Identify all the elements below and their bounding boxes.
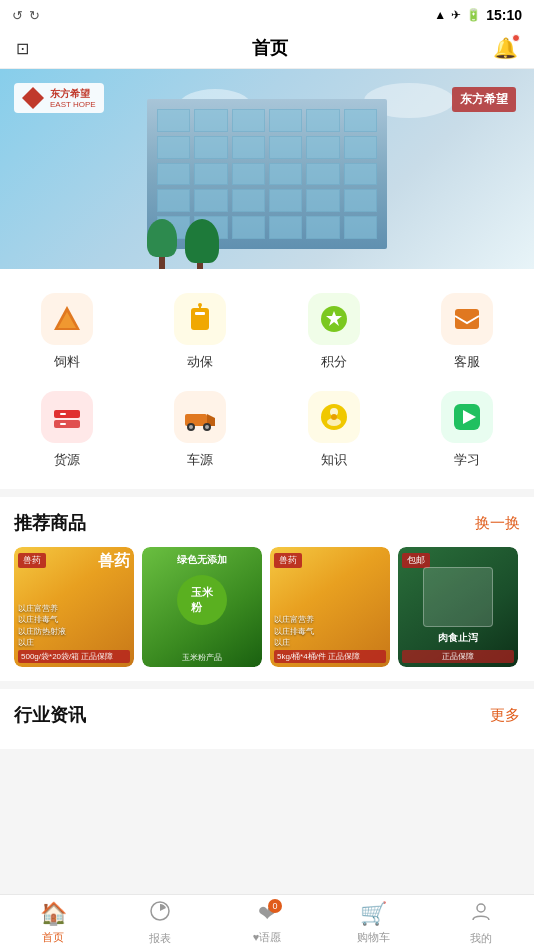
product-info-0: 以庄富营养以庄排毒气以庄防热射液以庄 500g/袋*20袋/箱 正品保障	[18, 603, 130, 663]
product-badge-0: 兽药	[18, 553, 46, 568]
building-illustration	[127, 99, 407, 269]
more-news-button[interactable]: 更多	[490, 706, 520, 725]
menu-item-feed[interactable]: 饲料	[0, 285, 134, 383]
menu-label-supply: 货源	[54, 451, 80, 469]
supply-icon-wrap	[41, 391, 93, 443]
nav-bar: ⊡ 首页 🔔	[0, 28, 534, 69]
menu-item-service[interactable]: 客服	[401, 285, 535, 383]
tab-mine[interactable]: 我的	[427, 895, 534, 950]
banner-sign: 东方希望	[452, 87, 516, 112]
refresh-icon: ↺	[12, 8, 23, 23]
menu-item-animal[interactable]: 动保	[134, 285, 268, 383]
svg-rect-9	[54, 410, 80, 418]
tab-home[interactable]: 🏠 首页	[0, 895, 107, 950]
svg-rect-2	[191, 308, 209, 330]
tab-mine-label: 我的	[470, 931, 492, 946]
service-icon-wrap	[441, 293, 493, 345]
recommended-section: 推荐商品 换一换 兽药 兽药 以庄富营养以庄排毒气以庄防热射液以庄 500g/袋…	[0, 497, 534, 681]
page-title: 首页	[46, 36, 493, 60]
product-image-3: 包邮 肉食止泻 正品保障	[398, 547, 518, 667]
tab-cart[interactable]: 🛒 购物车	[320, 895, 427, 950]
product-circle-1: 玉米粉	[177, 575, 227, 625]
svg-point-26	[477, 904, 485, 912]
animal-icon-wrap	[174, 293, 226, 345]
menu-label-points: 积分	[321, 353, 347, 371]
banner-trees	[147, 219, 215, 269]
menu-item-transport[interactable]: 车源	[134, 383, 268, 481]
svg-rect-3	[195, 312, 205, 315]
menu-item-supply[interactable]: 货源	[0, 383, 134, 481]
product-tag-3: 正品保障	[402, 650, 514, 663]
battery-icon: 🔋	[466, 8, 481, 22]
menu-item-points[interactable]: 积分	[267, 285, 401, 383]
tab-report-label: 报表	[149, 931, 171, 946]
logo-sub: EAST HOPE	[50, 100, 96, 109]
product-badge-3: 包邮	[402, 553, 430, 568]
product-card-2[interactable]: 兽药 以庄富营养以庄排毒气以庄 5kg/桶*4桶/件 正品保障	[270, 547, 390, 667]
home-icon: 🏠	[40, 901, 67, 927]
status-right: ▲ ✈ 🔋 15:10	[434, 7, 522, 23]
bottom-nav: 🏠 首页 报表 ❤ 0 ♥语愿 🛒 购物车 我的	[0, 894, 534, 950]
recommended-header: 推荐商品 换一换	[14, 511, 520, 535]
status-left: ↺ ↻	[12, 8, 40, 23]
feed-icon-wrap	[41, 293, 93, 345]
knowledge-icon-wrap	[308, 391, 360, 443]
mine-icon	[470, 900, 492, 928]
svg-point-18	[205, 425, 209, 429]
product-badge-2: 兽药	[274, 553, 302, 568]
product-card-0[interactable]: 兽药 兽药 以庄富营养以庄排毒气以庄防热射液以庄 500g/袋*20袋/箱 正品…	[14, 547, 134, 667]
expand-icon[interactable]: ⊡	[16, 39, 46, 58]
transport-icon	[183, 400, 217, 434]
wish-badge: 0	[268, 899, 282, 913]
product-image-2: 兽药 以庄富营养以庄排毒气以庄 5kg/桶*4桶/件 正品保障	[270, 547, 390, 667]
bell-badge	[512, 34, 520, 42]
product-row: 兽药 兽药 以庄富营养以庄排毒气以庄防热射液以庄 500g/袋*20袋/箱 正品…	[14, 547, 520, 681]
industry-section: 行业资讯 更多	[0, 689, 534, 749]
product-title-1: 绿色无添加	[177, 553, 227, 567]
transport-icon-wrap	[174, 391, 226, 443]
back-icon: ↻	[29, 8, 40, 23]
menu-item-knowledge[interactable]: 知识	[267, 383, 401, 481]
svg-rect-12	[60, 423, 66, 425]
animal-icon	[183, 302, 217, 336]
learn-icon	[450, 400, 484, 434]
learn-icon-wrap	[441, 391, 493, 443]
menu-label-learn: 学习	[454, 451, 480, 469]
banner-logo: 东方希望 EAST HOPE	[14, 83, 104, 113]
menu-label-service: 客服	[454, 353, 480, 371]
tab-cart-label: 购物车	[357, 930, 390, 945]
status-time: 15:10	[486, 7, 522, 23]
hero-banner[interactable]: 东方希望 EAST HOPE	[0, 69, 534, 269]
svg-point-22	[331, 414, 337, 420]
logo-name: 东方希望	[50, 88, 96, 100]
report-icon	[149, 900, 171, 928]
bell-wrap[interactable]: 🔔	[493, 36, 518, 60]
wish-badge-wrap: ❤ 0	[258, 901, 276, 927]
status-bar: ↺ ↻ ▲ ✈ 🔋 15:10	[0, 0, 534, 28]
banner-sign-text: 东方希望	[460, 91, 508, 108]
svg-point-5	[198, 303, 202, 307]
product-card-1[interactable]: 绿色无添加 玉米粉 玉米粉产品	[142, 547, 262, 667]
product-image-0: 兽药 兽药 以庄富营养以庄排毒气以庄防热射液以庄 500g/袋*20袋/箱 正品…	[14, 547, 134, 667]
menu-item-learn[interactable]: 学习	[401, 383, 535, 481]
logo-diamond	[22, 87, 44, 109]
tab-wish[interactable]: ❤ 0 ♥语愿	[214, 895, 321, 950]
menu-label-knowledge: 知识	[321, 451, 347, 469]
svg-point-16	[189, 425, 193, 429]
refresh-products-button[interactable]: 换一换	[475, 514, 520, 533]
product-brand-0: 兽药	[98, 551, 130, 572]
product-image-1: 绿色无添加 玉米粉 玉米粉产品	[142, 547, 262, 667]
svg-rect-10	[54, 420, 80, 428]
airplane-icon: ✈	[451, 8, 461, 22]
tab-wish-label: ♥语愿	[253, 930, 282, 945]
menu-grid: 饲料 动保 积分	[0, 269, 534, 489]
product-desc-1: 玉米粉产品	[146, 652, 258, 663]
points-icon	[317, 302, 351, 336]
product-box-3	[423, 567, 493, 627]
recommended-title: 推荐商品	[14, 511, 86, 535]
tab-report[interactable]: 报表	[107, 895, 214, 950]
menu-label-feed: 饲料	[54, 353, 80, 371]
wifi-icon: ▲	[434, 8, 446, 22]
product-card-3[interactable]: 包邮 肉食止泻 正品保障	[398, 547, 518, 667]
industry-title: 行业资讯	[14, 703, 86, 727]
